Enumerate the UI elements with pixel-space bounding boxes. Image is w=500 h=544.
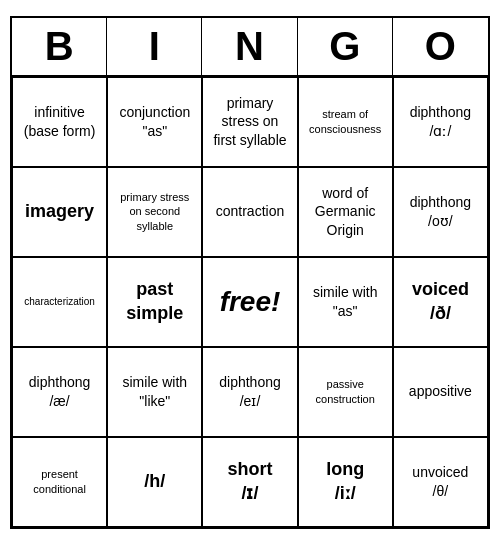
cell-text-r4-c3: long /iː/ [305,458,386,505]
header-letter-g: G [298,18,393,75]
cell-text-r2-c4: voiced /ð/ [400,278,481,325]
grid-cell-r2-c2: free! [202,257,297,347]
cell-text-r0-c3: stream of consciousness [305,107,386,136]
bingo-card: BINGO infinitive (base form)conjunction … [10,16,490,529]
grid-cell-r3-c1: simile with "like" [107,347,202,437]
cell-text-r1-c4: diphthong /oʊ/ [400,193,481,229]
cell-text-r0-c0: infinitive (base form) [19,103,100,139]
cell-text-r3-c3: passive construction [305,377,386,406]
cell-text-r3-c4: appositive [400,382,481,400]
cell-text-r2-c3: simile with "as" [305,283,386,319]
grid-cell-r2-c1: past simple [107,257,202,347]
grid-cell-r4-c4: unvoiced /θ/ [393,437,488,527]
grid-cell-r2-c4: voiced /ð/ [393,257,488,347]
grid-cell-r0-c4: diphthong /ɑː/ [393,77,488,167]
grid-cell-r4-c0: present conditional [12,437,107,527]
grid-cell-r1-c3: word of Germanic Origin [298,167,393,257]
cell-text-r2-c2: free! [209,286,290,318]
grid-cell-r4-c2: short /ɪ/ [202,437,297,527]
cell-text-r1-c1: primary stress on second syllable [114,190,195,233]
cell-text-r0-c1: conjunction "as" [114,103,195,139]
grid-cell-r2-c3: simile with "as" [298,257,393,347]
grid-cell-r4-c3: long /iː/ [298,437,393,527]
grid-cell-r3-c4: appositive [393,347,488,437]
cell-text-r4-c0: present conditional [19,467,100,496]
cell-text-r0-c2: primary stress on first syllable [209,94,290,149]
cell-text-r4-c4: unvoiced /θ/ [400,463,481,499]
bingo-header: BINGO [12,18,488,77]
cell-text-r1-c3: word of Germanic Origin [305,184,386,239]
cell-text-r3-c2: diphthong /eɪ/ [209,373,290,409]
header-letter-o: O [393,18,488,75]
grid-cell-r1-c2: contraction [202,167,297,257]
grid-cell-r0-c3: stream of consciousness [298,77,393,167]
bingo-grid: infinitive (base form)conjunction "as"pr… [12,77,488,527]
cell-text-r3-c0: diphthong /æ/ [19,373,100,409]
cell-text-r2-c0: characterization [19,295,100,308]
cell-text-r2-c1: past simple [114,278,195,325]
header-letter-i: I [107,18,202,75]
grid-cell-r3-c2: diphthong /eɪ/ [202,347,297,437]
header-letter-n: N [202,18,297,75]
cell-text-r3-c1: simile with "like" [114,373,195,409]
grid-cell-r1-c0: imagery [12,167,107,257]
grid-cell-r0-c2: primary stress on first syllable [202,77,297,167]
grid-cell-r1-c4: diphthong /oʊ/ [393,167,488,257]
grid-cell-r2-c0: characterization [12,257,107,347]
grid-cell-r3-c0: diphthong /æ/ [12,347,107,437]
cell-text-r4-c2: short /ɪ/ [209,458,290,505]
header-letter-b: B [12,18,107,75]
grid-cell-r0-c0: infinitive (base form) [12,77,107,167]
grid-cell-r1-c1: primary stress on second syllable [107,167,202,257]
grid-cell-r3-c3: passive construction [298,347,393,437]
cell-text-r4-c1: /h/ [114,470,195,493]
cell-text-r0-c4: diphthong /ɑː/ [400,103,481,139]
grid-cell-r0-c1: conjunction "as" [107,77,202,167]
cell-text-r1-c2: contraction [209,202,290,220]
cell-text-r1-c0: imagery [19,200,100,223]
grid-cell-r4-c1: /h/ [107,437,202,527]
